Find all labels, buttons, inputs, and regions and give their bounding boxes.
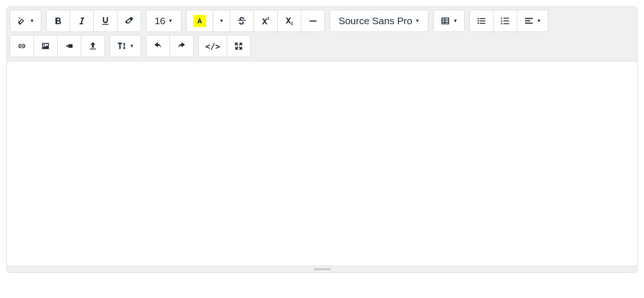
strikethrough-button[interactable]	[230, 10, 254, 32]
table-icon	[440, 16, 450, 26]
svg-rect-6	[480, 23, 485, 24]
video-icon	[64, 41, 74, 51]
resize-handle[interactable]	[314, 268, 331, 270]
code-icon: </>	[205, 41, 221, 51]
svg-rect-11	[525, 20, 530, 21]
bold-icon	[53, 16, 63, 26]
history-group	[146, 35, 194, 57]
font-color-icon	[195, 17, 204, 25]
view-group: </>	[198, 35, 251, 57]
paragraph-align-button[interactable]: ▼	[517, 10, 548, 32]
list-ul-icon	[476, 16, 487, 26]
expand-icon	[234, 41, 244, 51]
underline-icon	[100, 16, 111, 26]
redo-icon	[176, 41, 187, 51]
svg-rect-12	[525, 23, 533, 24]
redo-button[interactable]	[169, 35, 194, 57]
ordered-list-button[interactable]	[493, 10, 517, 32]
rich-text-editor: ▼	[7, 7, 637, 273]
caret-down-icon: ▼	[168, 19, 173, 23]
editor-statusbar	[7, 266, 637, 272]
italic-button[interactable]	[70, 10, 94, 32]
caret-down-icon: ▼	[537, 19, 541, 23]
upload-icon	[88, 41, 98, 51]
superscript-icon	[260, 16, 271, 26]
text-height-icon	[117, 41, 127, 51]
svg-rect-3	[478, 20, 479, 22]
upload-button[interactable]	[81, 35, 105, 57]
link-icon	[17, 41, 27, 51]
font-size-label: 16	[155, 15, 165, 26]
svg-rect-2	[480, 18, 485, 19]
align-left-icon	[524, 16, 534, 26]
svg-rect-9	[503, 23, 509, 24]
font-size-group: 16 ▼	[146, 10, 182, 32]
font-family-dropdown[interactable]: Source Sans Pro ▼	[330, 10, 429, 32]
clear-formatting-button[interactable]	[117, 10, 141, 32]
caret-down-icon: ▼	[219, 19, 224, 23]
font-size-dropdown[interactable]: 16 ▼	[146, 10, 182, 32]
undo-button[interactable]	[146, 35, 170, 57]
image-icon	[40, 41, 51, 51]
unordered-list-button[interactable]	[469, 10, 494, 32]
codeview-button[interactable]: </>	[198, 35, 228, 57]
list-ol-icon	[500, 16, 510, 26]
undo-icon	[153, 41, 163, 51]
strikethrough-icon	[237, 16, 247, 26]
font-effects-group: ▼	[186, 10, 325, 32]
subscript-icon	[284, 16, 294, 26]
bold-button[interactable]	[46, 10, 70, 32]
italic-icon	[77, 16, 87, 26]
table-button[interactable]: ▼	[433, 10, 465, 32]
svg-rect-5	[478, 23, 479, 24]
caret-down-icon: ▼	[30, 19, 34, 23]
horizontal-rule-button[interactable]	[301, 10, 325, 32]
font-color-button[interactable]	[186, 10, 213, 32]
magic-wand-icon	[17, 16, 27, 26]
font-style-group	[46, 10, 141, 32]
picture-button[interactable]	[33, 35, 58, 57]
video-button[interactable]	[57, 35, 81, 57]
font-color-more-button[interactable]: ▼	[213, 10, 230, 32]
svg-rect-4	[480, 20, 485, 21]
svg-rect-1	[478, 18, 479, 20]
style-group: ▼	[10, 10, 41, 32]
svg-rect-7	[503, 18, 509, 19]
font-family-label: Source Sans Pro	[338, 15, 412, 26]
caret-down-icon: ▼	[453, 19, 458, 23]
svg-rect-10	[525, 18, 533, 19]
line-height-button[interactable]: ▼	[110, 35, 141, 57]
list-paragraph-group: ▼	[469, 10, 548, 32]
font-family-group: Source Sans Pro ▼	[330, 10, 429, 32]
line-height-group: ▼	[110, 35, 141, 57]
fullscreen-button[interactable]	[227, 35, 251, 57]
editor-content-area[interactable]	[7, 61, 637, 266]
subscript-button[interactable]	[277, 10, 301, 32]
magic-style-button[interactable]: ▼	[10, 10, 41, 32]
caret-down-icon: ▼	[130, 44, 134, 48]
svg-rect-0	[310, 20, 317, 21]
superscript-button[interactable]	[254, 10, 278, 32]
underline-button[interactable]	[93, 10, 117, 32]
font-color-swatch	[193, 15, 206, 27]
svg-rect-8	[503, 20, 509, 21]
eraser-icon	[124, 16, 134, 26]
editor-toolbar: ▼	[7, 7, 637, 61]
minus-icon	[308, 16, 318, 26]
insert-group	[10, 35, 105, 57]
caret-down-icon: ▼	[415, 19, 420, 23]
link-button[interactable]	[10, 35, 34, 57]
table-group: ▼	[433, 10, 465, 32]
